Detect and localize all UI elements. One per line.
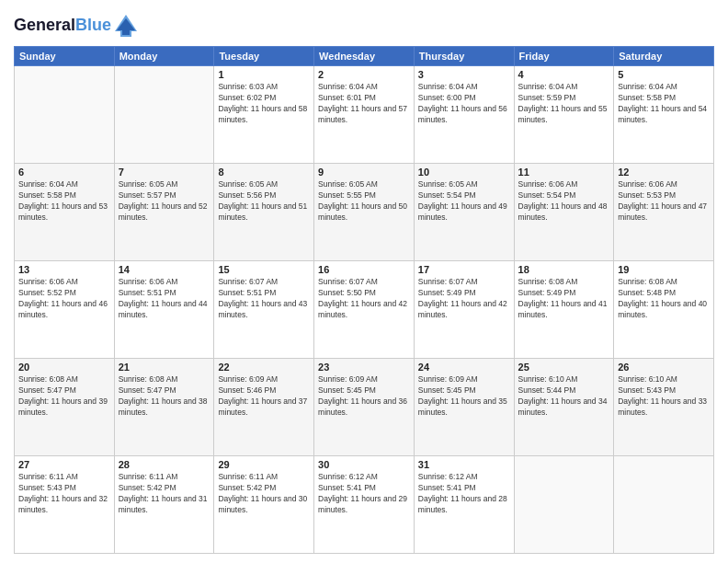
- day-info: Sunrise: 6:04 AM Sunset: 5:58 PM Dayligh…: [618, 82, 710, 126]
- calendar-cell: 23Sunrise: 6:09 AM Sunset: 5:45 PM Dayli…: [314, 359, 415, 456]
- weekday-header: Thursday: [414, 47, 514, 66]
- calendar-cell: 16Sunrise: 6:07 AM Sunset: 5:50 PM Dayli…: [314, 261, 415, 359]
- calendar-cell: 17Sunrise: 6:07 AM Sunset: 5:49 PM Dayli…: [414, 261, 514, 359]
- calendar-cell: 6Sunrise: 6:04 AM Sunset: 5:58 PM Daylig…: [15, 164, 115, 261]
- calendar-cell: [15, 66, 115, 164]
- day-number: 15: [218, 264, 310, 275]
- day-info: Sunrise: 6:05 AM Sunset: 5:56 PM Dayligh…: [218, 179, 310, 224]
- day-number: 23: [318, 362, 410, 373]
- calendar-cell: 29Sunrise: 6:11 AM Sunset: 5:42 PM Dayli…: [214, 456, 314, 554]
- day-number: 13: [18, 264, 110, 275]
- day-number: 17: [418, 264, 510, 275]
- day-info: Sunrise: 6:05 AM Sunset: 5:57 PM Dayligh…: [119, 179, 210, 224]
- logo-text: GeneralBlue: [14, 17, 111, 35]
- day-number: 2: [318, 69, 410, 80]
- day-info: Sunrise: 6:05 AM Sunset: 5:54 PM Dayligh…: [418, 179, 510, 224]
- day-number: 19: [618, 264, 710, 275]
- calendar-cell: 21Sunrise: 6:08 AM Sunset: 5:47 PM Dayli…: [114, 359, 214, 456]
- day-info: Sunrise: 6:07 AM Sunset: 5:49 PM Dayligh…: [418, 277, 510, 321]
- day-info: Sunrise: 6:04 AM Sunset: 6:01 PM Dayligh…: [318, 82, 410, 126]
- calendar-cell: [114, 66, 214, 164]
- calendar-cell: 30Sunrise: 6:12 AM Sunset: 5:41 PM Dayli…: [314, 456, 415, 554]
- day-number: 14: [119, 264, 210, 275]
- day-number: 11: [518, 167, 610, 178]
- day-number: 21: [119, 362, 210, 373]
- calendar-cell: 14Sunrise: 6:06 AM Sunset: 5:51 PM Dayli…: [114, 261, 214, 359]
- day-info: Sunrise: 6:08 AM Sunset: 5:48 PM Dayligh…: [618, 277, 710, 321]
- day-number: 16: [318, 264, 410, 275]
- day-number: 10: [418, 167, 510, 178]
- day-info: Sunrise: 6:09 AM Sunset: 5:46 PM Dayligh…: [218, 374, 310, 419]
- day-number: 27: [18, 459, 110, 470]
- calendar-cell: [514, 456, 614, 554]
- day-info: Sunrise: 6:04 AM Sunset: 5:58 PM Dayligh…: [18, 179, 110, 224]
- day-info: Sunrise: 6:05 AM Sunset: 5:55 PM Dayligh…: [318, 179, 410, 224]
- calendar-cell: 11Sunrise: 6:06 AM Sunset: 5:54 PM Dayli…: [514, 164, 614, 261]
- calendar-cell: 25Sunrise: 6:10 AM Sunset: 5:44 PM Dayli…: [514, 359, 614, 456]
- calendar-cell: 22Sunrise: 6:09 AM Sunset: 5:46 PM Dayli…: [214, 359, 314, 456]
- day-info: Sunrise: 6:04 AM Sunset: 6:00 PM Dayligh…: [418, 82, 510, 126]
- day-number: 28: [119, 459, 210, 470]
- calendar-cell: 12Sunrise: 6:06 AM Sunset: 5:53 PM Dayli…: [614, 164, 714, 261]
- day-info: Sunrise: 6:04 AM Sunset: 5:59 PM Dayligh…: [518, 82, 610, 126]
- calendar-cell: 20Sunrise: 6:08 AM Sunset: 5:47 PM Dayli…: [15, 359, 115, 456]
- day-info: Sunrise: 6:11 AM Sunset: 5:42 PM Dayligh…: [119, 472, 210, 516]
- header: GeneralBlue: [14, 9, 714, 39]
- weekday-header: Tuesday: [214, 47, 314, 66]
- day-number: 20: [18, 362, 110, 373]
- day-number: 6: [18, 167, 110, 178]
- calendar: SundayMondayTuesdayWednesdayThursdayFrid…: [14, 46, 714, 554]
- calendar-cell: 10Sunrise: 6:05 AM Sunset: 5:54 PM Dayli…: [414, 164, 514, 261]
- day-number: 3: [418, 69, 510, 80]
- day-number: 30: [318, 459, 410, 470]
- day-info: Sunrise: 6:09 AM Sunset: 5:45 PM Dayligh…: [318, 374, 410, 419]
- day-info: Sunrise: 6:12 AM Sunset: 5:41 PM Dayligh…: [318, 472, 410, 516]
- weekday-header: Saturday: [614, 47, 714, 66]
- calendar-cell: 13Sunrise: 6:06 AM Sunset: 5:52 PM Dayli…: [15, 261, 115, 359]
- day-number: 7: [119, 167, 210, 178]
- day-info: Sunrise: 6:08 AM Sunset: 5:47 PM Dayligh…: [119, 374, 210, 419]
- calendar-cell: 27Sunrise: 6:11 AM Sunset: 5:43 PM Dayli…: [15, 456, 115, 554]
- day-number: 29: [218, 459, 310, 470]
- day-info: Sunrise: 6:10 AM Sunset: 5:43 PM Dayligh…: [618, 374, 710, 419]
- day-info: Sunrise: 6:08 AM Sunset: 5:49 PM Dayligh…: [518, 277, 610, 321]
- day-info: Sunrise: 6:11 AM Sunset: 5:43 PM Dayligh…: [18, 472, 110, 516]
- day-info: Sunrise: 6:12 AM Sunset: 5:41 PM Dayligh…: [418, 472, 510, 516]
- day-info: Sunrise: 6:09 AM Sunset: 5:45 PM Dayligh…: [418, 374, 510, 419]
- day-number: 22: [218, 362, 310, 373]
- day-info: Sunrise: 6:07 AM Sunset: 5:51 PM Dayligh…: [218, 277, 310, 321]
- day-info: Sunrise: 6:06 AM Sunset: 5:53 PM Dayligh…: [618, 179, 710, 224]
- day-info: Sunrise: 6:03 AM Sunset: 6:02 PM Dayligh…: [218, 82, 310, 126]
- day-info: Sunrise: 6:07 AM Sunset: 5:50 PM Dayligh…: [318, 277, 410, 321]
- calendar-cell: 7Sunrise: 6:05 AM Sunset: 5:57 PM Daylig…: [114, 164, 214, 261]
- day-number: 1: [218, 69, 310, 80]
- page: GeneralBlue SundayMondayTuesdayWednesday…: [0, 0, 728, 563]
- day-info: Sunrise: 6:06 AM Sunset: 5:52 PM Dayligh…: [18, 277, 110, 321]
- logo: GeneralBlue: [14, 13, 139, 39]
- calendar-cell: 9Sunrise: 6:05 AM Sunset: 5:55 PM Daylig…: [314, 164, 415, 261]
- day-number: 24: [418, 362, 510, 373]
- calendar-cell: 24Sunrise: 6:09 AM Sunset: 5:45 PM Dayli…: [414, 359, 514, 456]
- calendar-cell: 3Sunrise: 6:04 AM Sunset: 6:00 PM Daylig…: [414, 66, 514, 164]
- calendar-cell: 19Sunrise: 6:08 AM Sunset: 5:48 PM Dayli…: [614, 261, 714, 359]
- weekday-header: Monday: [114, 47, 214, 66]
- day-info: Sunrise: 6:06 AM Sunset: 5:51 PM Dayligh…: [119, 277, 210, 321]
- day-info: Sunrise: 6:11 AM Sunset: 5:42 PM Dayligh…: [218, 472, 310, 516]
- weekday-header: Sunday: [15, 47, 115, 66]
- day-info: Sunrise: 6:08 AM Sunset: 5:47 PM Dayligh…: [18, 374, 110, 419]
- calendar-cell: 18Sunrise: 6:08 AM Sunset: 5:49 PM Dayli…: [514, 261, 614, 359]
- calendar-cell: 15Sunrise: 6:07 AM Sunset: 5:51 PM Dayli…: [214, 261, 314, 359]
- day-number: 31: [418, 459, 510, 470]
- calendar-cell: 28Sunrise: 6:11 AM Sunset: 5:42 PM Dayli…: [114, 456, 214, 554]
- calendar-cell: 1Sunrise: 6:03 AM Sunset: 6:02 PM Daylig…: [214, 66, 314, 164]
- day-number: 9: [318, 167, 410, 178]
- day-number: 5: [618, 69, 710, 80]
- weekday-header: Wednesday: [314, 47, 415, 66]
- day-number: 12: [618, 167, 710, 178]
- day-number: 25: [518, 362, 610, 373]
- day-number: 26: [618, 362, 710, 373]
- day-number: 18: [518, 264, 610, 275]
- calendar-cell: [614, 456, 714, 554]
- day-info: Sunrise: 6:10 AM Sunset: 5:44 PM Dayligh…: [518, 374, 610, 419]
- calendar-cell: 2Sunrise: 6:04 AM Sunset: 6:01 PM Daylig…: [314, 66, 415, 164]
